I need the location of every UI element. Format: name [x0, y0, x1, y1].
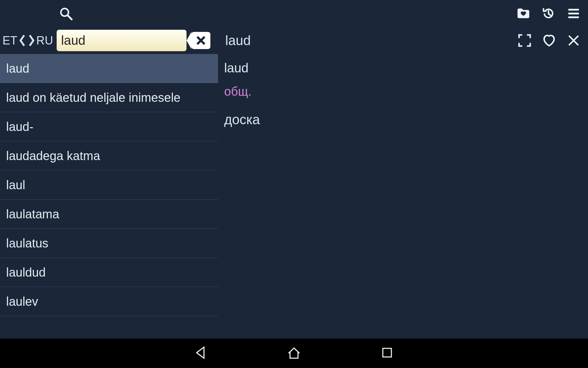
definition-body: доска [224, 112, 582, 127]
list-item[interactable]: laud on käetud neljale inimesele [0, 83, 218, 112]
list-item[interactable]: laudadega katma [0, 141, 218, 171]
android-nav-bar [0, 339, 588, 368]
search-input-wrap [57, 30, 187, 51]
definition-head: laud [224, 61, 582, 75]
definition-tag: общ. [224, 85, 582, 98]
language-switch[interactable]: ET RU [2, 34, 54, 47]
lang-to: RU [36, 34, 53, 47]
headword-title: laud [225, 33, 251, 48]
list-item[interactable]: laulatus [0, 229, 218, 258]
nav-back-icon[interactable] [194, 346, 208, 361]
list-item[interactable]: laul [0, 171, 218, 200]
search-icon[interactable] [57, 5, 75, 22]
list-item[interactable]: laulatama [0, 200, 218, 229]
fullscreen-icon[interactable] [516, 32, 533, 49]
history-icon[interactable] [540, 5, 557, 22]
results-list: laudlaud on käetud neljale inimeselelaud… [0, 54, 218, 339]
close-icon[interactable] [565, 32, 582, 49]
list-item[interactable]: laulev [0, 287, 218, 316]
definition-pane: laud общ. доска [218, 54, 588, 339]
list-item[interactable]: laud [0, 54, 218, 83]
svg-line-1 [68, 15, 72, 19]
nav-recent-icon[interactable] [380, 346, 394, 361]
chevron-left-icon [18, 34, 27, 47]
clear-input-button[interactable] [191, 32, 210, 49]
favorite-icon[interactable] [540, 32, 558, 49]
menu-icon[interactable] [565, 5, 582, 22]
search-bar: ET RU laud [0, 27, 588, 54]
search-input[interactable] [61, 33, 182, 48]
chevron-right-icon [27, 34, 36, 47]
lang-from: ET [2, 34, 17, 47]
svg-rect-10 [383, 348, 391, 357]
svg-marker-9 [197, 347, 204, 358]
list-item[interactable]: laud- [0, 112, 218, 141]
favorites-folder-icon[interactable] [514, 5, 532, 22]
nav-home-icon[interactable] [287, 346, 301, 361]
list-item[interactable]: lauldud [0, 258, 218, 287]
top-toolbar [0, 0, 588, 27]
